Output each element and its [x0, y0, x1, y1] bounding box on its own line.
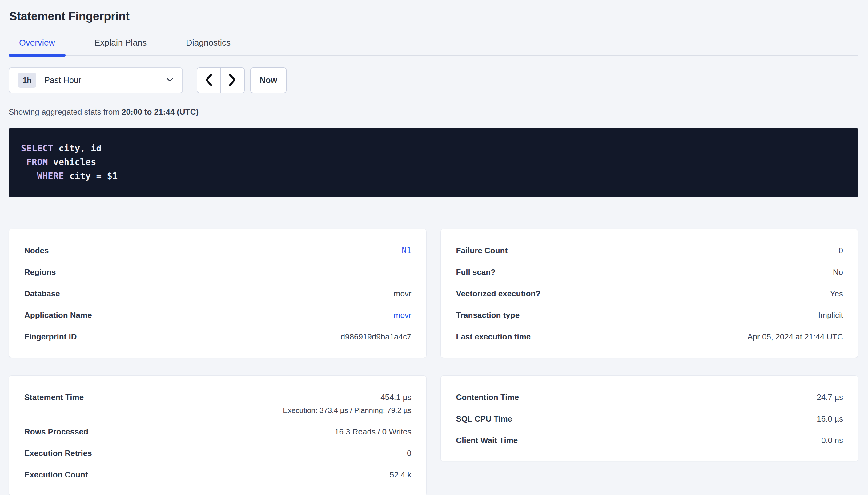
sql-indent — [21, 157, 26, 167]
sql-indent — [21, 171, 37, 181]
table-row: Failure Count 0 — [456, 246, 844, 256]
execution-count-value: 52.4 k — [390, 470, 411, 480]
sql-text: city, id — [53, 143, 102, 153]
nodes-label: Nodes — [24, 246, 49, 256]
failure-count-value: 0 — [839, 246, 843, 256]
statement-time-breakdown: Execution: 373.4 µs / Planning: 79.2 µs — [283, 406, 411, 415]
chevron-down-icon — [166, 78, 174, 83]
fingerprint-id-value: d986919d9ba1a4c7 — [341, 332, 411, 342]
table-row: Nodes N1 — [24, 246, 411, 256]
contention-time-label: Contention Time — [456, 392, 519, 402]
client-wait-time-label: Client Wait Time — [456, 436, 518, 445]
details-card-right: Failure Count 0 Full scan? No Vectorized… — [440, 229, 858, 358]
vectorized-execution-label: Vectorized execution? — [456, 289, 541, 298]
fingerprint-id-label: Fingerprint ID — [24, 332, 77, 342]
table-row: Vectorized execution? Yes — [456, 289, 844, 298]
execution-retries-value: 0 — [407, 448, 411, 458]
execution-retries-label: Execution Retries — [24, 448, 92, 458]
time-step-buttons — [197, 67, 245, 93]
table-row: Full scan? No — [456, 267, 844, 277]
sql-cpu-time-value: 16.0 µs — [817, 414, 843, 424]
rows-processed-value: 16.3 Reads / 0 Writes — [334, 427, 411, 437]
next-interval-button[interactable] — [221, 68, 244, 92]
nodes-link[interactable]: N1 — [402, 246, 411, 256]
table-row: Execution Retries 0 — [24, 448, 411, 458]
failure-count-label: Failure Count — [456, 246, 508, 256]
table-row: Client Wait Time 0.0 ns — [456, 436, 844, 445]
time-range-dropdown[interactable]: 1h Past Hour — [9, 67, 183, 93]
table-row: SQL CPU Time 16.0 µs — [456, 414, 844, 424]
chevron-right-icon — [228, 73, 237, 88]
sql-cpu-time-label: SQL CPU Time — [456, 414, 512, 424]
stats-line-range: 20:00 to 21:44 (UTC) — [121, 107, 198, 117]
statement-time-value-block: 454.1 µs Execution: 373.4 µs / Planning:… — [283, 392, 411, 415]
database-label: Database — [24, 289, 60, 298]
table-row: Contention Time 24.7 µs — [456, 392, 844, 402]
stats-card-left: Statement Time 454.1 µs Execution: 373.4… — [9, 375, 427, 495]
tab-explain-plans[interactable]: Explain Plans — [84, 38, 157, 55]
stats-card-right: Contention Time 24.7 µs SQL CPU Time 16.… — [440, 375, 858, 461]
table-row: Transaction type Implicit — [456, 310, 844, 320]
previous-interval-button[interactable] — [197, 68, 221, 92]
statement-time-label: Statement Time — [24, 392, 84, 402]
table-row: Last execution time Apr 05, 2024 at 21:4… — [456, 332, 844, 342]
execution-count-label: Execution Count — [24, 470, 88, 480]
statement-time-value: 454.1 µs — [283, 392, 411, 402]
aggregated-stats-line: Showing aggregated stats from 20:00 to 2… — [9, 107, 858, 117]
full-scan-value: No — [833, 267, 843, 277]
table-row: Rows Processed 16.3 Reads / 0 Writes — [24, 427, 411, 437]
page-title: Statement Fingerprint — [9, 10, 858, 23]
client-wait-time-value: 0.0 ns — [821, 436, 843, 445]
sql-text: vehicles — [48, 157, 96, 167]
database-value: movr — [394, 289, 411, 298]
sql-keyword: FROM — [26, 157, 48, 167]
sql-statement-box: SELECT city, id FROM vehicles WHERE city… — [9, 128, 858, 197]
time-range-badge: 1h — [18, 73, 36, 88]
statement-fingerprint-page: Statement Fingerprint Overview Explain P… — [0, 0, 868, 495]
time-controls: 1h Past Hour Now — [9, 67, 858, 93]
vectorized-execution-value: Yes — [830, 289, 843, 298]
table-row: Application Name movr — [24, 310, 411, 320]
table-row: Database movr — [24, 289, 411, 298]
sql-keyword: WHERE — [37, 171, 64, 181]
sql-line: WHERE city = $1 — [21, 169, 846, 183]
regions-label: Regions — [24, 267, 56, 277]
now-button[interactable]: Now — [250, 67, 286, 93]
table-row: Statement Time 454.1 µs Execution: 373.4… — [24, 392, 411, 415]
tab-diagnostics[interactable]: Diagnostics — [176, 38, 241, 55]
summary-cards: Nodes N1 Regions Database movr Applicati… — [9, 229, 858, 495]
stats-line-prefix: Showing aggregated stats from — [9, 107, 121, 117]
contention-time-value: 24.7 µs — [817, 392, 843, 402]
last-execution-time-value: Apr 05, 2024 at 21:44 UTC — [747, 332, 843, 342]
transaction-type-label: Transaction type — [456, 310, 520, 320]
application-name-label: Application Name — [24, 310, 92, 320]
table-row: Execution Count 52.4 k — [24, 470, 411, 480]
details-card-left: Nodes N1 Regions Database movr Applicati… — [9, 229, 427, 358]
last-execution-time-label: Last execution time — [456, 332, 531, 342]
sql-text: city = $1 — [64, 171, 118, 181]
chevron-left-icon — [204, 73, 213, 88]
table-row: Regions — [24, 267, 411, 277]
time-range-label: Past Hour — [44, 75, 81, 85]
tab-overview[interactable]: Overview — [9, 38, 66, 55]
sql-line: SELECT city, id — [21, 141, 846, 155]
rows-processed-label: Rows Processed — [24, 427, 88, 437]
sql-keyword: SELECT — [21, 143, 53, 153]
table-row: Fingerprint ID d986919d9ba1a4c7 — [24, 332, 411, 342]
tab-bar: Overview Explain Plans Diagnostics — [9, 38, 858, 56]
full-scan-label: Full scan? — [456, 267, 496, 277]
sql-line: FROM vehicles — [21, 155, 846, 169]
transaction-type-value: Implicit — [818, 310, 843, 320]
application-name-link[interactable]: movr — [394, 310, 411, 320]
